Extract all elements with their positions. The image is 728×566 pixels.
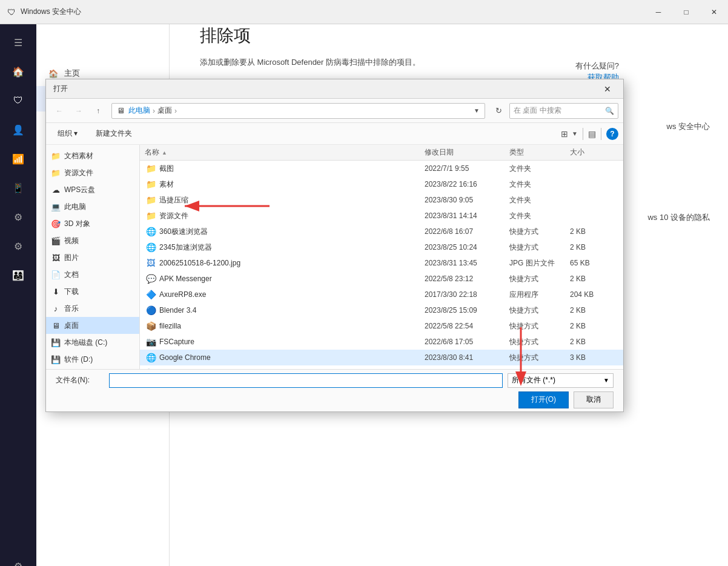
sidebar-icon-settings[interactable]: ⚙ bbox=[6, 554, 30, 566]
file-icon-3: 📁 bbox=[145, 210, 157, 222]
col-header-type[interactable]: 类型 bbox=[509, 147, 570, 158]
col-header-size[interactable]: 大小 bbox=[570, 147, 618, 158]
left-nav-item-1[interactable]: 📁 资源文件 bbox=[46, 164, 139, 181]
file-row-7[interactable]: 💬 APK Messenger 2022/5/8 23:12 快捷方式 2 KB bbox=[140, 271, 623, 287]
file-row-8[interactable]: 🔷 AxureRP8.exe 2017/3/30 22:18 应用程序 204 … bbox=[140, 287, 623, 302]
organize-button[interactable]: 组织 ▾ bbox=[51, 126, 84, 142]
sidebar-icon-device1[interactable]: ⚙ bbox=[6, 205, 30, 229]
dialog-close-button[interactable]: ✕ bbox=[599, 82, 616, 96]
view-details-icon[interactable]: ▤ bbox=[588, 129, 596, 139]
left-item-label-1: 资源文件 bbox=[64, 168, 93, 178]
file-type-3: 文件夹 bbox=[509, 211, 570, 221]
breadcrumb-desktop[interactable]: 桌面 bbox=[157, 105, 172, 116]
left-item-icon-11: 💾 bbox=[51, 338, 61, 347]
file-date-12: 2023/8/30 8:41 bbox=[425, 353, 509, 362]
left-nav-item-0[interactable]: 📁 文档素材 bbox=[46, 147, 139, 164]
sidebar-icon-app[interactable]: 📱 bbox=[6, 176, 30, 200]
file-size-6: 65 KB bbox=[570, 259, 618, 267]
file-icon-5: 🌐 bbox=[145, 241, 157, 253]
file-size-10: 2 KB bbox=[570, 322, 618, 330]
file-row-9[interactable]: 🔵 Blender 3.4 2023/8/25 15:09 快捷方式 2 KB bbox=[140, 302, 623, 318]
col-header-name[interactable]: 名称 ▲ bbox=[145, 147, 425, 158]
left-item-label-10: 桌面 bbox=[64, 321, 79, 331]
file-icon-2: 📁 bbox=[145, 194, 157, 206]
file-icon-4: 🌐 bbox=[145, 225, 157, 238]
sort-arrow-name: ▲ bbox=[162, 150, 167, 156]
file-type-11: 快捷方式 bbox=[509, 337, 570, 347]
file-date-0: 2022/7/1 9:55 bbox=[425, 164, 509, 173]
sidebar-icon-device2[interactable]: ⚙ bbox=[6, 234, 30, 258]
filename-input[interactable] bbox=[109, 373, 503, 388]
maximize-button[interactable]: □ bbox=[672, 0, 700, 24]
file-type-0: 文件夹 bbox=[509, 164, 570, 174]
file-list: 📁 截图 2022/7/1 9:55 文件夹 📁 素材 2023/8/22 16… bbox=[140, 161, 623, 369]
sidebar-icon-menu[interactable]: ☰ bbox=[6, 30, 30, 55]
file-open-dialog: 打开 ✕ ← → ↑ 🖥 此电脑 › 桌面 › ▼ ↻ 在 桌面 中搜索 🔍 组… bbox=[45, 79, 624, 412]
breadcrumb-icon: 🖥 bbox=[117, 106, 125, 115]
up-button[interactable]: ↑ bbox=[90, 102, 107, 119]
left-nav-item-12[interactable]: 💾 软件 (D:) bbox=[46, 351, 139, 368]
open-button[interactable]: 打开(O) bbox=[518, 391, 569, 408]
help-icon[interactable]: ? bbox=[606, 128, 618, 140]
close-button[interactable]: ✕ bbox=[700, 0, 728, 24]
minimize-button[interactable]: ─ bbox=[644, 0, 672, 24]
file-type-7: 快捷方式 bbox=[509, 274, 570, 284]
breadcrumb-sep2: › bbox=[174, 107, 177, 115]
file-row-11[interactable]: 📷 FSCapture 2022/6/8 17:05 快捷方式 2 KB bbox=[140, 334, 623, 350]
left-nav-item-8[interactable]: ⬇ 下载 bbox=[46, 283, 139, 300]
file-name-2: 迅捷压缩 bbox=[159, 195, 425, 205]
sidebar-icon-family[interactable]: 👨‍👩‍👧 bbox=[6, 263, 30, 287]
breadcrumb-pc[interactable]: 此电脑 bbox=[128, 105, 150, 116]
dialog-title: 打开 bbox=[53, 84, 599, 94]
window-title: Windows 安全中心 bbox=[21, 7, 81, 17]
file-name-9: Blender 3.4 bbox=[159, 306, 425, 315]
left-nav-item-4[interactable]: 🎯 3D 对象 bbox=[46, 215, 139, 232]
sidebar-icon-shield[interactable]: 🛡 bbox=[6, 88, 30, 113]
file-row-1[interactable]: 📁 素材 2023/8/22 16:16 文件夹 bbox=[140, 176, 623, 192]
back-button[interactable]: ← bbox=[51, 102, 68, 119]
file-name-8: AxureRP8.exe bbox=[159, 290, 425, 299]
file-row-10[interactable]: 📦 filezilla 2022/5/8 22:54 快捷方式 2 KB bbox=[140, 318, 623, 334]
cancel-button[interactable]: 取消 bbox=[574, 391, 614, 408]
file-name-4: 360极速浏览器 bbox=[159, 227, 425, 237]
left-nav-item-11[interactable]: 💾 本地磁盘 (C:) bbox=[46, 334, 139, 351]
refresh-button[interactable]: ↻ bbox=[490, 102, 507, 119]
file-icon-12: 🌐 bbox=[145, 351, 157, 364]
file-row-3[interactable]: 📁 资源文件 2023/8/31 14:14 文件夹 bbox=[140, 208, 623, 224]
file-row-12[interactable]: 🌐 Google Chrome 2023/8/30 8:41 快捷方式 3 KB bbox=[140, 350, 623, 365]
filetype-select[interactable]: 所有文件 (*.*) ▼ bbox=[508, 373, 614, 388]
left-nav-item-3[interactable]: 💻 此电脑 bbox=[46, 198, 139, 215]
file-name-12: Google Chrome bbox=[159, 353, 425, 362]
left-nav-item-2[interactable]: ☁ WPS云盘 bbox=[46, 181, 139, 198]
left-nav-item-5[interactable]: 🎬 视频 bbox=[46, 232, 139, 249]
file-row-4[interactable]: 🌐 360极速浏览器 2022/6/8 16:07 快捷方式 2 KB bbox=[140, 224, 623, 239]
new-folder-button[interactable]: 新建文件夹 bbox=[89, 126, 139, 142]
file-type-8: 应用程序 bbox=[509, 290, 570, 300]
left-nav-item-10[interactable]: 🖥 桌面 bbox=[46, 317, 139, 334]
left-item-label-0: 文档素材 bbox=[64, 151, 93, 161]
wsc-right-info: ws 安全中心 bbox=[667, 122, 710, 131]
footer-buttons: 打开(O) 取消 bbox=[518, 391, 614, 408]
file-date-9: 2023/8/25 15:09 bbox=[425, 306, 509, 315]
file-row-2[interactable]: 📁 迅捷压缩 2023/8/30 9:05 文件夹 bbox=[140, 192, 623, 208]
file-date-10: 2022/5/8 22:54 bbox=[425, 322, 509, 330]
file-row-5[interactable]: 🌐 2345加速浏览器 2023/8/25 10:24 快捷方式 2 KB bbox=[140, 239, 623, 255]
view-toggle-icon[interactable]: ⊞ bbox=[561, 129, 568, 139]
left-nav-item-9[interactable]: ♪ 音乐 bbox=[46, 300, 139, 317]
sidebar-icon-home[interactable]: 🏠 bbox=[6, 59, 30, 84]
left-item-label-11: 本地磁盘 (C:) bbox=[64, 338, 107, 348]
search-box[interactable]: 在 桌面 中搜索 🔍 bbox=[509, 103, 618, 119]
sidebar-icon-account[interactable]: 👤 bbox=[6, 118, 30, 142]
col-header-date[interactable]: 修改日期 bbox=[425, 147, 509, 158]
left-nav-item-6[interactable]: 🖼 图片 bbox=[46, 249, 139, 266]
view-dropdown-icon[interactable]: ▼ bbox=[572, 130, 578, 137]
left-item-label-7: 文档 bbox=[64, 270, 79, 280]
breadcrumb-dropdown-icon[interactable]: ▼ bbox=[474, 107, 480, 114]
sidebar-icon-wifi[interactable]: 📶 bbox=[6, 147, 30, 171]
file-area: 名称 ▲ 修改日期 类型 大小 📁 截图 2022/7/1 9:55 文件夹 bbox=[140, 145, 623, 369]
forward-button[interactable]: → bbox=[70, 102, 87, 119]
left-nav-item-7[interactable]: 📄 文档 bbox=[46, 266, 139, 283]
file-row-0[interactable]: 📁 截图 2022/7/1 9:55 文件夹 bbox=[140, 161, 623, 176]
file-row-6[interactable]: 🖼 20062510518-6-1200.jpg 2023/8/31 13:45… bbox=[140, 255, 623, 271]
search-icon: 🔍 bbox=[605, 107, 614, 115]
